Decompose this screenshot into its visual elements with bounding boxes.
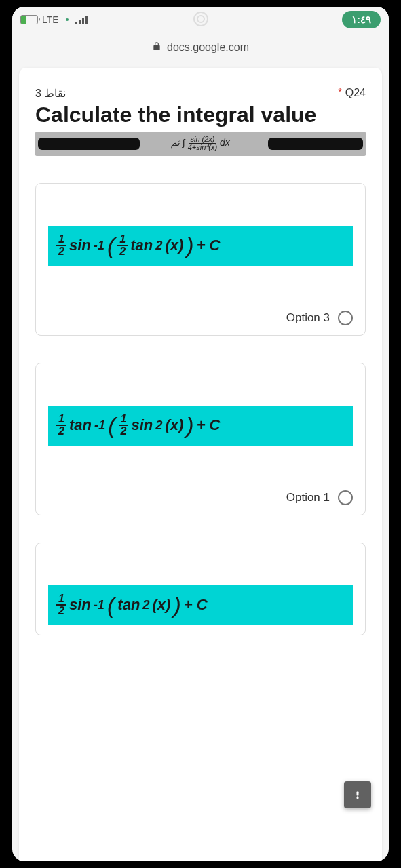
formula-box: 1 2 tan-1 ( 1 2 sin2(x) ) + C <box>48 406 353 446</box>
battery-icon <box>20 15 38 24</box>
question-title: Calculate the integral value <box>35 102 366 127</box>
url-host: docs.google.com <box>167 41 249 54</box>
form-card: 3 نقاط * Q24 Calculate the integral valu… <box>19 68 382 861</box>
fraction-half: 1 2 <box>56 414 66 437</box>
radio-button[interactable] <box>338 490 353 505</box>
carrier-label: LTE <box>42 14 59 25</box>
formula-box: 1 2 sin-1 ( tan2(x) ) + C <box>48 585 353 625</box>
device-frame: LTE ١:٤٩ docs.google.com 3 نقاط * Q24 Ca… <box>12 7 389 861</box>
activity-dot-icon <box>66 18 69 21</box>
lock-icon <box>152 41 161 54</box>
option-row: Option 1 <box>48 490 353 505</box>
option-card[interactable]: 1 2 sin-1 ( tan2(x) ) + C <box>35 542 366 635</box>
feedback-button[interactable] <box>344 781 371 808</box>
integral-expression: ثم ∫ sin (2x) 4+sin⁴(x) dx <box>171 136 230 151</box>
option-label: Option 3 <box>286 311 330 325</box>
option-row: Option 3 <box>48 311 353 326</box>
status-left: LTE <box>20 14 88 25</box>
fraction-half: 1 2 <box>56 234 66 257</box>
option-card[interactable]: 1 2 tan-1 ( 1 2 sin2(x) ) + C Option 1 <box>35 363 366 515</box>
redaction-left <box>38 138 140 150</box>
radio-button[interactable] <box>338 311 353 326</box>
required-mark: * <box>338 87 342 98</box>
question-number: * Q24 <box>338 87 366 100</box>
question-subline: ثم ∫ sin (2x) 4+sin⁴(x) dx <box>35 132 366 156</box>
url-bar[interactable]: docs.google.com <box>12 33 389 62</box>
points-label: 3 نقاط <box>35 87 66 100</box>
clock-pill: ١:٤٩ <box>342 11 381 28</box>
option-label: Option 1 <box>286 491 330 505</box>
svg-rect-0 <box>357 792 359 796</box>
formula-box: 1 2 sin-1 ( 1 2 tan2(x) ) + C <box>48 226 353 266</box>
redaction-right <box>268 138 363 150</box>
option-card[interactable]: 1 2 sin-1 ( 1 2 tan2(x) ) + C Option 3 <box>35 183 366 336</box>
question-header: 3 نقاط * Q24 <box>35 87 366 100</box>
svg-rect-1 <box>357 797 359 799</box>
signal-icon <box>75 15 88 24</box>
fraction-half: 1 2 <box>56 593 66 616</box>
exclamation-icon <box>351 789 364 801</box>
